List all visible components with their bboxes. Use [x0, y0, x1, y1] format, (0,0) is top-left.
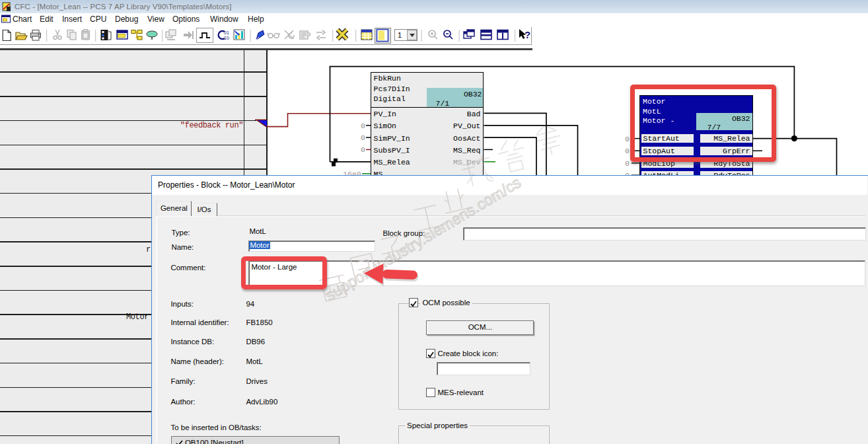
svg-text:0: 0	[625, 159, 630, 168]
svg-text:0: 0	[361, 145, 365, 154]
svg-text:0: 0	[625, 147, 630, 155]
svg-text:0: 0	[625, 135, 630, 143]
svg-text:0: 0	[361, 122, 365, 130]
svg-text:0: 0	[361, 133, 365, 142]
